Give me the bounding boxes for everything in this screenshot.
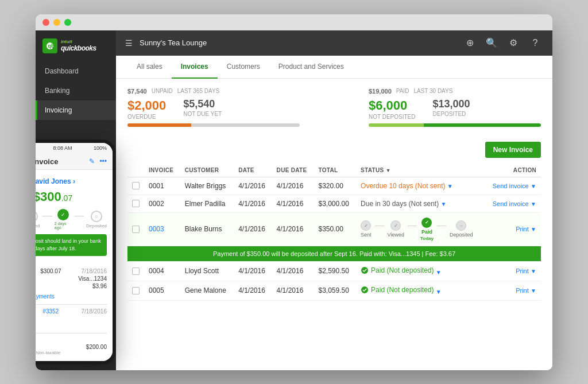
sidebar-item-banking[interactable]: Banking [36, 81, 116, 100]
invoice-num[interactable]: 0003 [144, 212, 180, 246]
phone-amount: $300.07 [36, 189, 107, 204]
mac-titlebar [36, 14, 552, 30]
paid-period: LAST 30 DAYS [413, 88, 452, 94]
invoice-status: ✓ Sent ✓ Viewed [356, 212, 485, 246]
invoice-status: Due in 30 days (Not sent) ▼ [356, 195, 485, 212]
settings-icon[interactable]: ⚙ [505, 35, 521, 51]
col-action: ACTION [485, 164, 541, 177]
phone-icons: ✎ ••• [89, 157, 107, 165]
action-dropdown[interactable]: ▼ [531, 268, 536, 274]
phone-show-more[interactable]: Show more payments [36, 293, 55, 300]
status-dropdown[interactable]: ▼ [436, 269, 442, 276]
send-invoice-link[interactable]: Send invoice [493, 183, 529, 189]
col-status[interactable]: STATUS ▼ [356, 164, 485, 177]
search-icon[interactable]: 🔍 [483, 35, 500, 51]
invoice-status: Overdue 10 days (Not sent) ▼ [356, 177, 485, 195]
pw-circle-deposited: ○ [91, 211, 102, 222]
col-date: DATE [234, 164, 272, 177]
new-invoice-button[interactable]: New Invoice [485, 142, 541, 158]
help-icon[interactable]: ? [527, 35, 543, 51]
pw-step-viewed: ✓ Viewed [36, 211, 40, 228]
send-invoice-link[interactable]: Send invoice [493, 200, 529, 207]
invoice-due-date: 4/1/2016 [272, 261, 314, 281]
maximize-btn[interactable] [64, 19, 71, 26]
phone-edit-icon[interactable]: ✎ [89, 157, 95, 165]
tab-invoices[interactable]: Invoices [172, 56, 218, 79]
status-dropdown[interactable]: ▼ [436, 289, 442, 295]
topbar: ☰ Sunny's Tea Lounge ⊕ 🔍 ⚙ ? [116, 30, 552, 56]
action-dropdown[interactable]: ▼ [531, 226, 536, 232]
invoice-due-date: 4/1/2016 [272, 195, 314, 212]
summary: $7,540 UNPAID LAST 365 DAYS $2,000 OVERD… [116, 79, 552, 142]
qb-logo: qb intuit quickbooks [36, 30, 116, 61]
progress-overdue [127, 123, 191, 127]
invoice-due-date: 4/1/2016 [272, 212, 314, 246]
invoice-date: 4/1/2016 [234, 261, 272, 281]
phone-more-icon[interactable]: ••• [99, 157, 107, 165]
invoice-date: 4/1/2016 [234, 177, 272, 195]
status-dropdown[interactable]: ▼ [447, 183, 453, 189]
col-customer: CUSTOMER [180, 164, 234, 177]
notdue-amount: $5,540 [183, 98, 222, 110]
paid-total: $19,000 [369, 88, 392, 95]
hamburger-icon[interactable]: ☰ [125, 38, 133, 48]
svg-text:qb: qb [48, 43, 55, 49]
pw-step-deposited: ○ Deposited [86, 211, 107, 228]
content: All sales Invoices Customers Product and… [116, 56, 552, 370]
notdeposited-label: NOT DEPOSITED [369, 114, 416, 120]
row-checkbox[interactable] [132, 287, 140, 294]
payment-notification: Payment of $350.00 will be deposited aft… [127, 246, 541, 261]
phone-status-bar: ●●●●● Carrier 8:08 AM 100% [36, 143, 113, 153]
action-dropdown[interactable]: ▼ [531, 288, 536, 294]
deposited-label: DEPOSITED [433, 111, 470, 117]
print-link[interactable]: Print [516, 226, 529, 232]
deposited-amount: $13,000 [433, 98, 470, 110]
unpaid-block: $7,540 UNPAID LAST 365 DAYS $2,000 OVERD… [127, 88, 300, 127]
row-checkbox[interactable] [132, 182, 140, 189]
unpaid-total: $7,540 [127, 88, 147, 95]
status-dropdown[interactable]: ▼ [441, 201, 447, 207]
phone-workflow: ✓ Sent ✓ Viewed ✓ 2 days ago ○ Deposited [36, 209, 107, 230]
tab-all-sales[interactable]: All sales [127, 56, 172, 79]
invoice-total: $350.00 [314, 212, 357, 246]
invoice-num: 0002 [144, 195, 180, 212]
tab-customers[interactable]: Customers [218, 56, 269, 79]
print-link[interactable]: Print [516, 287, 529, 294]
action-dropdown[interactable]: ▼ [531, 201, 536, 207]
phone-amount-row: Amount: $300.07 7/18/2016 [36, 268, 107, 274]
phone-content: David Jones › $300.07 ✓ Sent ✓ Viewed [36, 170, 113, 360]
invoice-date: 4/1/2016 [234, 281, 272, 300]
minimize-btn[interactable] [53, 19, 60, 26]
phone-payments-label: PAYMENTS [36, 261, 107, 266]
pw-circle-paid: ✓ [57, 209, 69, 220]
row-checkbox[interactable] [132, 226, 140, 233]
row-checkbox[interactable] [132, 267, 140, 275]
close-btn[interactable] [42, 19, 49, 26]
invoice-section: New Invoice INVOICE CUSTOMER DATE DUE DA… [116, 142, 552, 301]
phone-invoice-row: INVOICE #3352 7/18/2016 [36, 308, 107, 319]
sidebar-item-invoicing[interactable]: Invoicing [36, 100, 116, 120]
tab-product-services[interactable]: Product and Services [269, 56, 353, 79]
pw-step-paid: ✓ 2 days ago [55, 209, 72, 230]
table-row: 0004 Lloyd Scott 4/1/2016 4/1/2016 $2,59… [127, 261, 541, 281]
qb-logo-icon: qb [42, 38, 57, 53]
row-checkbox[interactable] [132, 200, 140, 207]
phone-fee-row: Fees: $3.96 [36, 283, 107, 289]
invoice-date: 4/1/2016 [234, 212, 272, 246]
wf-paid: ✓ [421, 218, 432, 228]
table-row: 0005 Gene Malone 4/1/2016 4/1/2016 $3,05… [127, 281, 541, 300]
print-link[interactable]: Print [516, 267, 529, 274]
invoice-status: Paid (Not deposited) ▼ [356, 261, 485, 281]
invoice-status: Paid (Not deposited) ▼ [356, 281, 485, 300]
invoice-customer: Walter Briggs [180, 177, 234, 195]
col-invoice: INVOICE [144, 164, 180, 177]
phone-item-sub: 80 × $2.50 each | Non-taxable [36, 350, 107, 355]
main-area: ☰ Sunny's Tea Lounge ⊕ 🔍 ⚙ ? All sales I… [116, 30, 552, 370]
phone-method-row: Method: Visa...1234 [36, 276, 107, 282]
pw-circle-viewed: ✓ [36, 211, 38, 222]
sidebar-item-dashboard[interactable]: Dashboard [36, 61, 116, 81]
add-icon[interactable]: ⊕ [462, 35, 478, 51]
action-dropdown[interactable]: ▼ [531, 183, 536, 189]
topbar-actions: ⊕ 🔍 ⚙ ? [462, 35, 543, 51]
qb-logo-text: intuit quickbooks [61, 39, 96, 53]
